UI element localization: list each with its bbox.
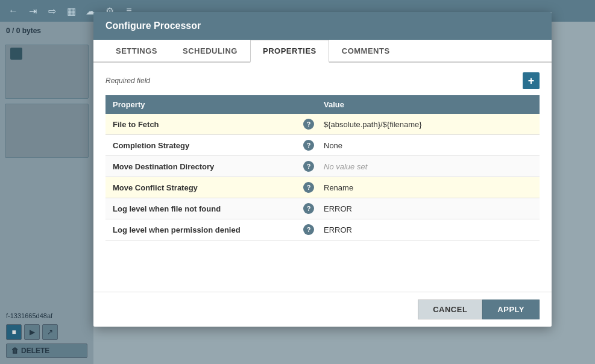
prop-extra-1 <box>503 114 540 135</box>
prop-value-3[interactable]: No value set <box>316 156 503 177</box>
prop-name-3: Move Destination Directory <box>105 156 301 177</box>
table-row: Move Conflict Strategy ? Rename <box>105 177 540 198</box>
prop-extra-2 <box>503 135 540 156</box>
help-circle-4[interactable]: ? <box>303 182 314 193</box>
tab-comments[interactable]: COMMENTS <box>329 40 403 63</box>
help-icon-6[interactable]: ? <box>301 219 316 240</box>
help-icon-3[interactable]: ? <box>301 156 316 177</box>
table-row: Move Destination Directory ? No value se… <box>105 156 540 177</box>
modal-header: Configure Processor <box>93 12 552 40</box>
prop-extra-3 <box>503 156 540 177</box>
help-circle-2[interactable]: ? <box>303 140 314 151</box>
tab-settings[interactable]: SETTINGS <box>103 40 170 63</box>
modal-tabs: SETTINGS SCHEDULING PROPERTIES COMMENTS <box>93 40 552 63</box>
prop-extra-5 <box>503 198 540 219</box>
prop-value-2[interactable]: None <box>316 135 503 156</box>
help-icon-5[interactable]: ? <box>301 198 316 219</box>
configure-processor-modal: Configure Processor SETTINGS SCHEDULING … <box>93 12 552 327</box>
modal-footer: CANCEL APPLY <box>93 292 552 327</box>
table-row: Log level when permission denied ? ERROR <box>105 219 540 240</box>
tab-properties[interactable]: PROPERTIES <box>250 40 329 63</box>
table-header: Property Value <box>105 95 540 114</box>
table-row: Completion Strategy ? None <box>105 135 540 156</box>
prop-name-1: File to Fetch <box>105 114 301 135</box>
modal-body: Required field + Property Value File to … <box>93 63 552 292</box>
prop-value-5[interactable]: ERROR <box>316 198 503 219</box>
apply-button[interactable]: APPLY <box>482 300 540 319</box>
col-header-property: Property <box>105 95 301 114</box>
toolbar-icon-4[interactable]: ▦ <box>63 2 80 19</box>
table-body: File to Fetch ? ${absolute.path}/${filen… <box>105 114 540 240</box>
prop-name-6: Log level when permission denied <box>105 219 301 240</box>
help-icon-4[interactable]: ? <box>301 177 316 198</box>
prop-name-5: Log level when file not found <box>105 198 301 219</box>
properties-table: Property Value File to Fetch ? ${absolut… <box>105 95 540 240</box>
prop-value-6[interactable]: ERROR <box>316 219 503 240</box>
col-header-value: Value <box>316 95 503 114</box>
table-row: File to Fetch ? ${absolute.path}/${filen… <box>105 114 540 135</box>
help-circle-3[interactable]: ? <box>303 161 314 172</box>
prop-value-1[interactable]: ${absolute.path}/${filename} <box>316 114 503 135</box>
col-header-extra <box>503 95 540 114</box>
required-field-bar: Required field + <box>105 72 540 89</box>
prop-extra-4 <box>503 177 540 198</box>
help-icon-2[interactable]: ? <box>301 135 316 156</box>
prop-extra-6 <box>503 219 540 240</box>
toolbar-icon-3[interactable]: ⇨ <box>43 2 60 19</box>
col-header-help <box>301 95 316 114</box>
help-icon-1[interactable]: ? <box>301 114 316 135</box>
required-field-label: Required field <box>105 77 150 85</box>
add-property-button[interactable]: + <box>523 72 540 89</box>
cancel-button[interactable]: CANCEL <box>418 300 482 319</box>
prop-name-4: Move Conflict Strategy <box>105 177 301 198</box>
modal-title: Configure Processor <box>105 20 201 31</box>
toolbar-icon-1[interactable]: ← <box>5 2 22 19</box>
prop-value-4[interactable]: Rename <box>316 177 503 198</box>
help-circle-5[interactable]: ? <box>303 203 314 214</box>
prop-name-2: Completion Strategy <box>105 135 301 156</box>
tab-scheduling[interactable]: SCHEDULING <box>170 40 250 63</box>
table-row: Log level when file not found ? ERROR <box>105 198 540 219</box>
help-circle-6[interactable]: ? <box>303 224 314 235</box>
toolbar-icon-2[interactable]: ⇥ <box>24 2 41 19</box>
help-circle-1[interactable]: ? <box>303 119 314 130</box>
